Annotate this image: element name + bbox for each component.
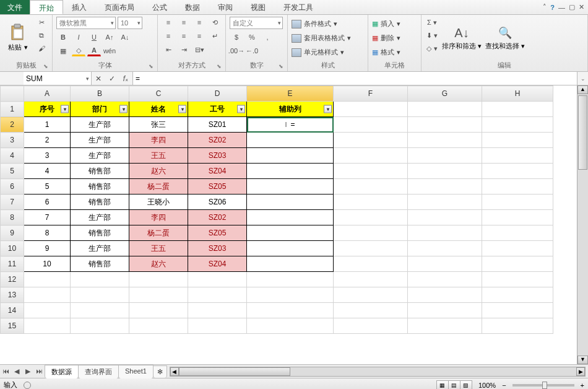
cell-H3[interactable] (482, 133, 553, 148)
column-header-C[interactable]: C (129, 86, 188, 102)
menu-tab-3[interactable]: 公式 (144, 0, 176, 14)
percent-button[interactable]: % (245, 32, 259, 43)
help-icon[interactable]: ? (550, 4, 555, 11)
cancel-formula-button[interactable]: ✕ (92, 74, 105, 83)
row-header[interactable]: 3 (1, 133, 24, 148)
cell-C3[interactable]: 李四 (129, 133, 188, 148)
cell-G1[interactable] (408, 102, 482, 117)
cell-D5[interactable]: SZ04 (188, 164, 247, 179)
cell-B10[interactable]: 生产部 (71, 241, 129, 256)
cell-G8[interactable] (408, 210, 482, 225)
cell-H10[interactable] (482, 241, 553, 256)
cell-A1[interactable]: 序号▾ (24, 102, 71, 117)
column-header-G[interactable]: G (408, 86, 482, 102)
sort-filter-button[interactable]: A↓ 排序和筛选 ▾ (441, 17, 482, 58)
cell-G2[interactable] (408, 117, 482, 133)
insert-function-button[interactable]: fₓ (119, 74, 132, 83)
cell-B15[interactable] (71, 318, 129, 334)
cell-H15[interactable] (482, 318, 553, 334)
merge-button[interactable]: ⊟▾ (192, 44, 206, 55)
select-all-corner[interactable] (1, 86, 24, 102)
row-header[interactable]: 13 (1, 287, 24, 303)
cell-D9[interactable]: SZ05 (188, 225, 247, 241)
cell-B7[interactable]: 销售部 (71, 194, 129, 210)
row-header[interactable]: 9 (1, 225, 24, 241)
cell-H1[interactable] (482, 102, 553, 117)
cell-F7[interactable] (334, 194, 408, 210)
sheet-tab[interactable]: 查询界面 (78, 365, 119, 378)
cell-G12[interactable] (408, 272, 482, 287)
cell-D6[interactable]: SZ05 (188, 179, 247, 194)
cell-F1[interactable] (334, 102, 408, 117)
sheet-tab[interactable]: 数据源 (45, 365, 79, 378)
cell-F6[interactable] (334, 179, 408, 194)
cell-E9[interactable] (247, 225, 334, 241)
fill-button[interactable]: ⬇ ▾ (425, 30, 439, 41)
cell-E13[interactable] (247, 287, 334, 303)
cell-B14[interactable] (71, 303, 129, 318)
conditional-formatting-button[interactable]: 条件格式 ▾ (292, 18, 337, 30)
row-header[interactable]: 10 (1, 241, 24, 256)
cell-F15[interactable] (334, 318, 408, 334)
row-header[interactable]: 6 (1, 179, 24, 194)
cell-F12[interactable] (334, 272, 408, 287)
cell-C10[interactable]: 王五 (129, 241, 188, 256)
cell-A3[interactable]: 2 (24, 133, 71, 148)
cut-button[interactable]: ✂ (35, 17, 48, 28)
decrease-font-button[interactable]: A↓ (118, 32, 132, 43)
cell-H13[interactable] (482, 287, 553, 303)
cell-D11[interactable]: SZ04 (188, 256, 247, 272)
cell-G7[interactable] (408, 194, 482, 210)
align-launcher-icon[interactable]: ⬊ (217, 63, 222, 69)
spreadsheet-table[interactable]: ABCDEFGH 1序号▾部门▾姓名▾工号▾辅助列▾21生产部张三SZ01I=3… (0, 85, 553, 334)
cell-C4[interactable]: 王五 (129, 148, 188, 164)
cell-E10[interactable] (247, 241, 334, 256)
cell-E4[interactable] (247, 148, 334, 164)
row-header[interactable]: 2 (1, 117, 24, 133)
menu-tab-2[interactable]: 页面布局 (96, 0, 144, 14)
row-header[interactable]: 7 (1, 194, 24, 210)
cell-H11[interactable] (482, 256, 553, 272)
bold-button[interactable]: B (56, 32, 70, 43)
cell-A5[interactable]: 4 (24, 164, 71, 179)
cell-G11[interactable] (408, 256, 482, 272)
wrap-text-button[interactable]: ↵ (208, 30, 222, 42)
cell-E14[interactable] (247, 303, 334, 318)
italic-button[interactable]: I (72, 32, 85, 43)
row-header[interactable]: 1 (1, 102, 24, 117)
cell-G14[interactable] (408, 303, 482, 318)
cell-H9[interactable] (482, 225, 553, 241)
column-header-E[interactable]: E (247, 86, 334, 102)
row-header[interactable]: 15 (1, 318, 24, 334)
cell-F3[interactable] (334, 133, 408, 148)
cell-D8[interactable]: SZ02 (188, 210, 247, 225)
format-cells-button[interactable]: ▦格式 ▾ (372, 46, 400, 59)
cell-G6[interactable] (408, 179, 482, 194)
cell-B11[interactable]: 销售部 (71, 256, 129, 272)
cell-A10[interactable]: 9 (24, 241, 71, 256)
cell-D4[interactable]: SZ03 (188, 148, 247, 164)
insert-cells-button[interactable]: ▦插入 ▾ (372, 18, 400, 30)
font-name-combo[interactable]: 微软雅黑 (56, 17, 116, 29)
cell-D1[interactable]: 工号▾ (188, 102, 247, 117)
cell-A14[interactable] (24, 303, 71, 318)
align-left-button[interactable]: ≡ (162, 30, 175, 42)
cell-G3[interactable] (408, 133, 482, 148)
column-header-H[interactable]: H (482, 86, 553, 102)
row-header[interactable]: 4 (1, 148, 24, 164)
vertical-scrollbar[interactable]: ▲▼ (577, 85, 588, 364)
cell-E11[interactable] (247, 256, 334, 272)
cell-E8[interactable] (247, 210, 334, 225)
cell-F8[interactable] (334, 210, 408, 225)
menu-tab-0[interactable]: 开始 (30, 0, 63, 14)
file-menu[interactable]: 文件 (0, 0, 30, 14)
cell-B13[interactable] (71, 287, 129, 303)
find-select-button[interactable]: 🔍 查找和选择 ▾ (485, 17, 525, 58)
paste-button[interactable]: 粘贴 ▾ (4, 17, 32, 58)
zoom-slider[interactable] (512, 384, 574, 387)
cell-G9[interactable] (408, 225, 482, 241)
menu-tab-4[interactable]: 数据 (176, 0, 209, 14)
enter-formula-button[interactable]: ✓ (105, 74, 119, 83)
row-header[interactable]: 8 (1, 210, 24, 225)
name-box[interactable]: SUM (24, 72, 92, 85)
